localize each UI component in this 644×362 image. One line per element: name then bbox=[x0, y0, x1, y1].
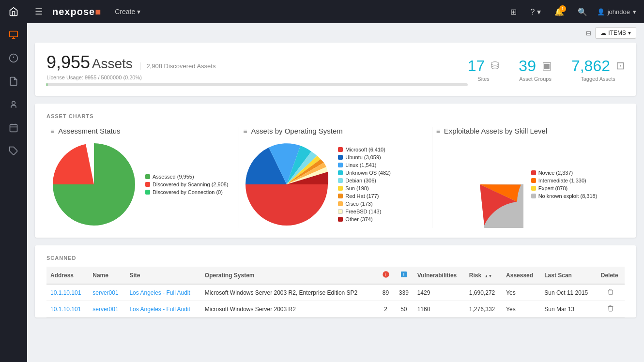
license-usage: License Usage: 9955 / 5000000 (0.20%) bbox=[46, 75, 468, 80]
asset-groups-icon: ▣ bbox=[542, 60, 552, 72]
scanned-table: Address Name Site Operating System ! bbox=[46, 267, 625, 317]
scanning-dot bbox=[145, 182, 150, 187]
search-icon[interactable]: 🔍 bbox=[578, 7, 587, 16]
notification-badge: 1 bbox=[559, 5, 566, 12]
connection-dot bbox=[145, 190, 150, 195]
row1-assessed: Yes bbox=[502, 284, 540, 301]
row2-os: Microsoft Windows Server 2003 R2 bbox=[201, 301, 377, 317]
os-menu-icon[interactable]: ≡ bbox=[243, 127, 247, 135]
discovered-assets: 2,908 Discovered Assets bbox=[140, 62, 215, 70]
svg-text:!: ! bbox=[384, 272, 386, 277]
sites-stat: 17 ⛁ Sites bbox=[468, 57, 500, 82]
os-chart: ≡ Assets by Operating System bbox=[239, 127, 432, 228]
assets-summary-card: 9,955 Assets 2,908 Discovered Assets Lic… bbox=[35, 43, 636, 96]
sites-icon: ⛁ bbox=[491, 60, 499, 72]
cloud-icon: ☁ bbox=[600, 30, 606, 36]
legend-item-connection: Discovered by Connection (0) bbox=[145, 189, 229, 195]
col-assessed: Assessed bbox=[502, 267, 540, 284]
app-logo: nexpose■ bbox=[52, 6, 101, 17]
row1-last-scan: Sun Oct 11 2015 bbox=[540, 284, 597, 301]
row2-vulnerabilities: 1160 bbox=[414, 301, 465, 317]
create-button[interactable]: Create ▾ bbox=[115, 8, 140, 15]
help-icon[interactable]: ? ▾ bbox=[530, 7, 540, 16]
sidebar-item-policies[interactable] bbox=[0, 93, 27, 116]
assessment-legend: Assessed (9,955) Discovered by Scanning … bbox=[145, 174, 229, 195]
filter-bar: ⊟ ☁ ITEMS ▾ bbox=[27, 23, 644, 43]
username-label: johndoe bbox=[608, 8, 630, 15]
assessment-title: Assessment Status bbox=[58, 127, 120, 135]
items-label: ITEMS bbox=[608, 30, 626, 36]
col-vuln-icon1: ! bbox=[377, 267, 394, 284]
col-address: Address bbox=[46, 267, 89, 284]
col-os: Operating System bbox=[201, 267, 377, 284]
row1-os: Microsoft Windows Server 2003 R2, Enterp… bbox=[201, 284, 377, 301]
license-progress-bar bbox=[46, 83, 468, 86]
legend-item-scanning: Discovered by Scanning (2,908) bbox=[145, 181, 229, 187]
row1-vulnerabilities: 1429 bbox=[414, 284, 465, 301]
svg-point-6 bbox=[12, 101, 15, 105]
filter-icon[interactable]: ⊟ bbox=[586, 30, 591, 37]
row2-vuln2: 50 bbox=[394, 301, 414, 317]
col-name: Name bbox=[89, 267, 125, 284]
user-menu[interactable]: 👤 johndoe ▾ bbox=[597, 8, 636, 15]
progress-fill bbox=[46, 83, 47, 86]
row1-risk: 1,690,272 bbox=[465, 284, 502, 301]
row2-address[interactable]: 10.1.10.101 bbox=[46, 301, 89, 317]
bell-icon[interactable]: 🔔 1 bbox=[554, 7, 564, 16]
assessment-menu-icon[interactable]: ≡ bbox=[50, 127, 54, 135]
row2-name[interactable]: server001 bbox=[89, 301, 125, 317]
items-button[interactable]: ☁ ITEMS ▾ bbox=[595, 27, 636, 39]
topnav: ☰ nexpose■ Create ▾ ⊞ ? ▾ 🔔 1 🔍 👤 johndo… bbox=[27, 0, 644, 23]
main-area: ☰ nexpose■ Create ▾ ⊞ ? ▾ 🔔 1 🔍 👤 johndo… bbox=[27, 0, 644, 362]
create-chevron-icon: ▾ bbox=[137, 8, 140, 15]
scanning-slice bbox=[53, 144, 94, 184]
sidebar-item-tags[interactable] bbox=[0, 139, 27, 163]
assets-label: Assets bbox=[92, 56, 133, 71]
row1-site[interactable]: Los Angeles - Full Audit bbox=[125, 284, 200, 301]
sidebar bbox=[0, 0, 27, 362]
sidebar-item-reports[interactable] bbox=[0, 70, 27, 93]
os-pie-chart bbox=[243, 141, 330, 228]
risk-sort-icon: ▲▼ bbox=[485, 274, 492, 278]
tagged-assets-count: 7,862 bbox=[571, 57, 610, 75]
create-label: Create bbox=[115, 8, 135, 15]
assessment-pie-chart bbox=[50, 141, 138, 228]
row2-delete[interactable] bbox=[597, 301, 625, 317]
tagged-assets-label: Tagged Assets bbox=[581, 76, 615, 82]
col-delete: Delete bbox=[597, 267, 625, 284]
total-assets-count: 9,955 bbox=[46, 52, 90, 72]
row1-name[interactable]: server001 bbox=[89, 284, 125, 301]
row1-address[interactable]: 10.1.10.101 bbox=[46, 284, 89, 301]
col-vuln-icon2 bbox=[394, 267, 414, 284]
sidebar-item-tickets[interactable] bbox=[0, 116, 27, 139]
microsoft-slice bbox=[245, 184, 328, 226]
scanned-section-title: SCANNED bbox=[46, 255, 625, 261]
hamburger-icon[interactable]: ☰ bbox=[35, 6, 43, 17]
sidebar-item-vulnerabilities[interactable] bbox=[0, 46, 27, 70]
asset-groups-stat: 39 ▣ Asset Groups bbox=[519, 57, 552, 82]
assessment-status-chart: ≡ Assessment Status bbox=[46, 127, 239, 228]
items-chevron-icon: ▾ bbox=[628, 30, 631, 36]
tagged-assets-stat: 7,862 ⊡ Tagged Assets bbox=[571, 57, 625, 82]
grid-icon[interactable]: ⊞ bbox=[510, 7, 517, 16]
svg-rect-0 bbox=[10, 31, 18, 37]
row2-site[interactable]: Los Angeles - Full Audit bbox=[125, 301, 200, 317]
row1-delete[interactable] bbox=[597, 284, 625, 301]
sidebar-item-assets[interactable] bbox=[0, 23, 27, 46]
row2-last-scan: Sun Mar 13 bbox=[540, 301, 597, 317]
row1-vuln1: 89 bbox=[377, 284, 394, 301]
exploitable-title: Exploitable Assets by Skill Level bbox=[444, 127, 547, 135]
scanned-table-wrap: Address Name Site Operating System ! bbox=[46, 267, 625, 317]
charts-row: ≡ Assessment Status bbox=[46, 127, 625, 228]
exploitable-menu-icon[interactable]: ≡ bbox=[436, 127, 440, 135]
col-risk[interactable]: Risk ▲▼ bbox=[465, 267, 502, 284]
sidebar-item-home[interactable] bbox=[0, 0, 27, 23]
col-vulnerabilities: Vulnerabilities bbox=[414, 267, 465, 284]
table-header-row: Address Name Site Operating System ! bbox=[46, 267, 625, 284]
sites-label: Sites bbox=[477, 76, 489, 82]
exploitable-chart: ≡ Exploitable Assets by Skill Level bbox=[432, 127, 625, 228]
table-row: 10.1.10.101 server001 Los Angeles - Full… bbox=[46, 284, 625, 301]
tagged-icon: ⊡ bbox=[616, 60, 625, 72]
charts-section-title: ASSET CHARTS bbox=[46, 113, 625, 119]
assets-stats: 17 ⛁ Sites 39 ▣ Asset Groups bbox=[468, 57, 625, 82]
